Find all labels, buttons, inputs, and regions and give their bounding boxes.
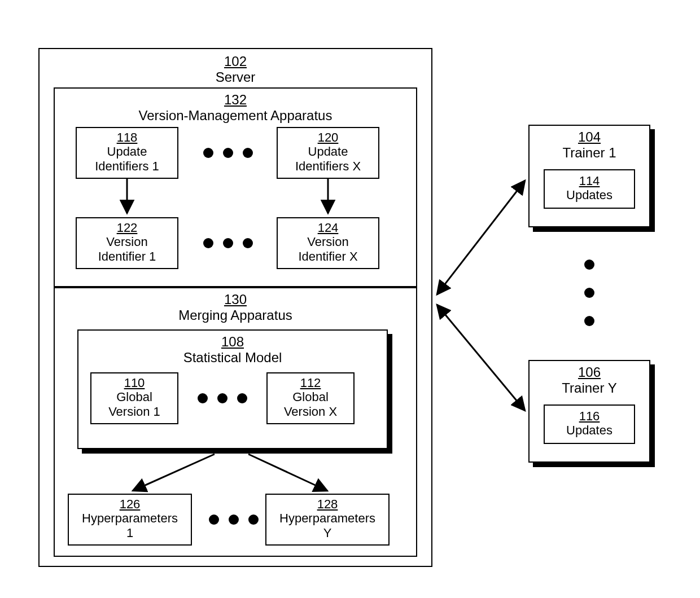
trainer-y-name: Trainer Y bbox=[562, 380, 616, 395]
update-ids-1-ref: 118 bbox=[117, 130, 138, 144]
vm-apparatus-label: 132 Version-Management Apparatus bbox=[54, 92, 417, 123]
ellipsis-dot bbox=[584, 260, 594, 270]
stat-model-ref: 108 bbox=[221, 334, 244, 349]
updates-1-box: 114 Updates bbox=[544, 169, 635, 209]
version-id-1-name1: Version bbox=[106, 235, 147, 249]
hyper-1-box: 126 Hyperparameters 1 bbox=[68, 494, 192, 546]
ellipsis-dot bbox=[203, 148, 213, 158]
update-ids-1-box: 118 Update Identifiers 1 bbox=[76, 127, 178, 179]
update-ids-x-box: 120 Update Identifiers X bbox=[277, 127, 379, 179]
ellipsis-dot bbox=[584, 316, 594, 326]
vm-apparatus-ref: 132 bbox=[224, 92, 247, 107]
updates-y-box: 116 Updates bbox=[544, 404, 635, 444]
svg-line-5 bbox=[437, 305, 525, 411]
ellipsis-dot bbox=[237, 393, 247, 403]
global-v1-box: 110 Global Version 1 bbox=[90, 372, 178, 424]
update-ids-x-name2: Identifiers X bbox=[295, 159, 361, 173]
global-v1-ref: 110 bbox=[124, 376, 145, 390]
global-vx-box: 112 Global Version X bbox=[266, 372, 355, 424]
trainer-1-ref: 104 bbox=[578, 129, 601, 144]
server-label: 102 Server bbox=[38, 54, 432, 85]
ellipsis-dot bbox=[223, 238, 233, 248]
global-v1-name2: Version 1 bbox=[108, 404, 160, 419]
ellipsis-dot bbox=[248, 515, 259, 525]
version-id-x-name2: Identifier X bbox=[298, 249, 357, 263]
version-id-1-ref: 122 bbox=[117, 221, 138, 235]
svg-line-4 bbox=[437, 181, 525, 294]
update-ids-1-name2: Identifiers 1 bbox=[95, 159, 159, 173]
stat-model-name: Statistical Model bbox=[183, 350, 282, 365]
trainer-1-name: Trainer 1 bbox=[562, 145, 616, 160]
vm-apparatus-name: Version-Management Apparatus bbox=[139, 108, 333, 123]
hyper-y-ref: 128 bbox=[317, 497, 338, 511]
merging-apparatus-label: 130 Merging Apparatus bbox=[54, 292, 417, 323]
global-v1-name1: Global bbox=[116, 390, 152, 404]
trainer-1-label: 104 Trainer 1 bbox=[528, 129, 650, 160]
version-id-x-box: 124 Version Identifier X bbox=[277, 217, 379, 269]
updates-y-ref: 116 bbox=[579, 409, 600, 423]
trainer-y-ref: 106 bbox=[578, 364, 601, 380]
version-id-1-box: 122 Version Identifier 1 bbox=[76, 217, 178, 269]
hyper-1-name2: 1 bbox=[126, 526, 133, 540]
stat-model-label: 108 Statistical Model bbox=[77, 334, 388, 365]
ellipsis-dot bbox=[217, 393, 228, 403]
hyper-y-name2: Y bbox=[323, 526, 332, 540]
hyper-y-box: 128 Hyperparameters Y bbox=[265, 494, 390, 546]
ellipsis-dot bbox=[198, 393, 208, 403]
updates-1-ref: 114 bbox=[579, 174, 600, 188]
server-name: Server bbox=[216, 69, 256, 85]
ellipsis-dot bbox=[584, 288, 594, 298]
global-vx-name2: Version X bbox=[284, 404, 337, 419]
ellipsis-dot bbox=[209, 515, 219, 525]
ellipsis-dot bbox=[223, 148, 233, 158]
hyper-1-name1: Hyperparameters bbox=[82, 511, 178, 525]
version-id-x-name1: Version bbox=[307, 235, 348, 249]
update-ids-x-ref: 120 bbox=[318, 130, 339, 144]
merging-apparatus-ref: 130 bbox=[224, 292, 247, 307]
update-ids-x-name1: Update bbox=[308, 144, 348, 159]
hyper-y-name1: Hyperparameters bbox=[279, 511, 375, 525]
ellipsis-dot bbox=[229, 515, 239, 525]
trainer-y-label: 106 Trainer Y bbox=[528, 364, 650, 395]
version-id-1-name2: Identifier 1 bbox=[98, 249, 156, 263]
updates-1-name: Updates bbox=[566, 188, 613, 202]
global-vx-name1: Global bbox=[292, 390, 329, 404]
updates-y-name: Updates bbox=[566, 423, 613, 437]
update-ids-1-name1: Update bbox=[107, 144, 147, 159]
server-ref: 102 bbox=[224, 54, 247, 69]
global-vx-ref: 112 bbox=[300, 376, 321, 390]
hyper-1-ref: 126 bbox=[120, 497, 141, 511]
version-id-x-ref: 124 bbox=[318, 221, 339, 235]
merging-apparatus-name: Merging Apparatus bbox=[178, 307, 292, 323]
ellipsis-dot bbox=[243, 148, 253, 158]
ellipsis-dot bbox=[203, 238, 213, 248]
ellipsis-dot bbox=[243, 238, 253, 248]
